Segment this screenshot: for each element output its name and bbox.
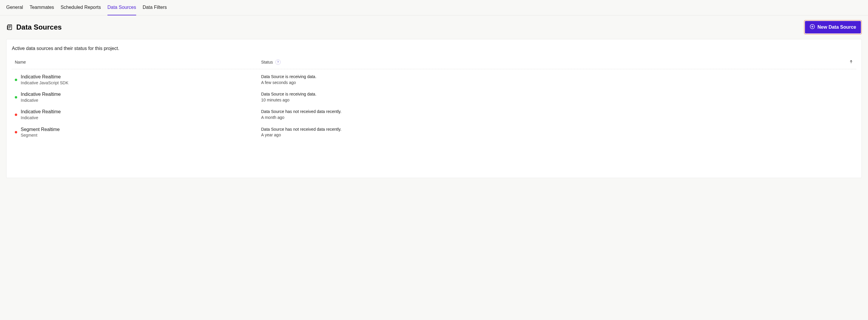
status-text: Data Source is receiving data. [261, 74, 316, 80]
table-row[interactable]: Segment RealtimeSegmentData Source has n… [12, 123, 856, 140]
arrow-up-icon [849, 60, 853, 65]
status-dot-icon [15, 131, 17, 133]
column-header-status-label: Status [261, 60, 273, 65]
row-status-cell: Data Source has not received data recent… [261, 127, 841, 138]
status-dot-icon [15, 96, 17, 99]
column-header-name[interactable]: Name [15, 60, 261, 65]
name-block: Indicative RealtimeIndicative [21, 92, 61, 103]
tab-data-filters[interactable]: Data Filters [143, 0, 167, 15]
data-sources-panel: Active data sources and their status for… [6, 39, 862, 178]
status-block: Data Source has not received data recent… [261, 109, 341, 120]
data-source-name: Indicative Realtime [21, 109, 61, 115]
table-header: Name Status ? [12, 60, 856, 69]
tab-general[interactable]: General [6, 0, 23, 15]
sort-control[interactable] [841, 60, 853, 65]
plus-circle-icon [810, 24, 815, 31]
row-name-cell: Segment RealtimeSegment [15, 127, 261, 138]
new-data-source-label: New Data Source [817, 25, 856, 30]
name-block: Segment RealtimeSegment [21, 127, 60, 138]
table-row[interactable]: Indicative RealtimeIndicative JavaScript… [12, 69, 856, 88]
data-sources-icon [6, 24, 13, 31]
column-header-status[interactable]: Status ? [261, 60, 841, 65]
status-block: Data Source has not received data recent… [261, 127, 341, 138]
data-source-subtype: Indicative [21, 115, 61, 120]
status-block: Data Source is receiving data.10 minutes… [261, 92, 316, 103]
name-block: Indicative RealtimeIndicative JavaScript… [21, 74, 68, 85]
status-text: Data Source has not received data recent… [261, 109, 341, 115]
row-name-cell: Indicative RealtimeIndicative [15, 92, 261, 103]
data-source-subtype: Indicative JavaScript SDK [21, 80, 68, 85]
status-block: Data Source is receiving data.A few seco… [261, 74, 316, 85]
help-icon[interactable]: ? [275, 60, 281, 65]
row-status-cell: Data Source is receiving data.10 minutes… [261, 92, 841, 103]
tab-teammates[interactable]: Teammates [30, 0, 54, 15]
data-source-name: Segment Realtime [21, 127, 60, 133]
status-time: A few seconds ago [261, 80, 316, 86]
panel-description: Active data sources and their status for… [12, 46, 856, 51]
status-text: Data Source is receiving data. [261, 92, 316, 97]
data-source-name: Indicative Realtime [21, 74, 68, 80]
status-text: Data Source has not received data recent… [261, 127, 341, 133]
row-name-cell: Indicative RealtimeIndicative [15, 109, 261, 120]
status-dot-icon [15, 114, 17, 116]
status-time: A year ago [261, 132, 341, 138]
data-source-subtype: Indicative [21, 98, 61, 103]
data-source-name: Indicative Realtime [21, 92, 61, 98]
data-source-subtype: Segment [21, 133, 60, 138]
page-title: Data Sources [16, 23, 62, 31]
new-data-source-button[interactable]: New Data Source [805, 21, 861, 33]
settings-tabs: GeneralTeammatesScheduled ReportsData So… [0, 0, 868, 15]
new-data-source-highlight: New Data Source [804, 20, 862, 34]
status-time: 10 minutes ago [261, 97, 316, 103]
status-time: A month ago [261, 115, 341, 121]
name-block: Indicative RealtimeIndicative [21, 109, 61, 120]
page-header: Data Sources New Data Source [0, 15, 868, 39]
tab-scheduled-reports[interactable]: Scheduled Reports [61, 0, 101, 15]
page-title-wrap: Data Sources [6, 23, 62, 31]
status-dot-icon [15, 79, 17, 81]
table-row[interactable]: Indicative RealtimeIndicativeData Source… [12, 105, 856, 123]
tab-data-sources[interactable]: Data Sources [107, 0, 136, 15]
row-status-cell: Data Source has not received data recent… [261, 109, 841, 120]
table-row[interactable]: Indicative RealtimeIndicativeData Source… [12, 88, 856, 105]
data-sources-list: Indicative RealtimeIndicative JavaScript… [12, 69, 856, 140]
row-status-cell: Data Source is receiving data.A few seco… [261, 74, 841, 85]
row-name-cell: Indicative RealtimeIndicative JavaScript… [15, 74, 261, 85]
